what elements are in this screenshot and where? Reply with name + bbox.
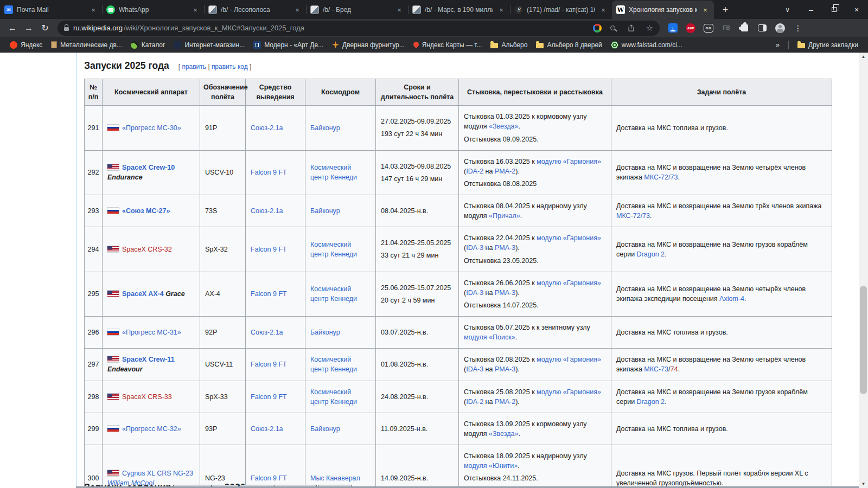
wiki-link[interactable]: IDA-3 (466, 289, 483, 297)
wiki-link[interactable]: Endurance (107, 174, 143, 181)
wiki-link[interactable]: модулю «Гармония» (537, 388, 601, 396)
wiki-link[interactable]: Союз-2.1а (251, 425, 283, 433)
wiki-link[interactable]: «Прогресс МС-32» (122, 425, 181, 433)
wiki-link[interactable]: Dragon 2 (637, 398, 665, 406)
scrollbar-thumb[interactable] (860, 286, 867, 394)
wiki-link[interactable]: IDA-2 (466, 398, 483, 406)
menu-dots-icon[interactable]: ⋮ (794, 24, 802, 33)
wiki-link[interactable]: Космический центр Кеннеди (310, 164, 357, 181)
wiki-link[interactable]: Союз-2.1а (251, 207, 283, 215)
wiki-link[interactable]: IDA-2 (466, 168, 483, 175)
bookmark-item[interactable]: Альберо 8 дверей (532, 40, 606, 50)
wiki-link[interactable]: SpaceX Crew-11 (122, 356, 175, 363)
wiki-link[interactable]: Falcon 9 FT (251, 290, 287, 298)
tab-close-icon[interactable]: × (599, 5, 608, 14)
wiki-link[interactable]: модулю «Гармония» (537, 158, 601, 165)
side-panel-icon[interactable] (758, 24, 767, 31)
wiki-link[interactable]: Космический центр Кеннеди (310, 285, 357, 303)
wiki-link[interactable]: IDA-3 (466, 365, 483, 373)
browser-tab[interactable]: /b/ - Марс, в 190 милли× (408, 1, 510, 19)
forward-button[interactable]: → (21, 21, 37, 36)
wiki-link[interactable]: Grace (165, 290, 184, 298)
bookmark-item[interactable]: Дверная фурнитур... (328, 40, 409, 50)
bookmark-item[interactable]: Модерн - «Арт Де... (249, 40, 328, 50)
bookmark-item[interactable]: Альберо (486, 40, 532, 50)
wiki-link[interactable]: SpaceX CRS-33 (122, 393, 172, 401)
scrollbar[interactable]: ▲ ▼ (859, 53, 868, 488)
wiki-link[interactable]: SpaceX CRS-32 (122, 246, 172, 253)
wiki-link[interactable]: IDA-3 (466, 244, 483, 252)
restore-button[interactable] (822, 2, 845, 18)
browser-tab[interactable]: WХронология запусков к× (612, 1, 714, 19)
wiki-link[interactable]: Falcon 9 FT (251, 169, 287, 176)
wiki-link[interactable]: PMA-3 (495, 289, 515, 297)
address-bar[interactable]: ru.wikipedia.org/wiki/Хронология_запуско… (58, 21, 660, 36)
other-bookmarks-button[interactable]: Другие закладки (793, 40, 863, 50)
bookmark-item[interactable]: Яндекс (5, 40, 47, 50)
bookmark-item[interactable]: Каталог (126, 40, 170, 50)
bookmarks-overflow-chevron[interactable]: » (771, 41, 784, 49)
wiki-link[interactable]: Мыс Канаверал (310, 474, 360, 482)
wiki-link[interactable]: PMA-2 (495, 168, 515, 175)
wiki-link[interactable]: SpaceX AX-4 (122, 290, 164, 298)
wiki-link[interactable]: МКС-73 (644, 365, 668, 373)
wiki-link[interactable]: модуля «Поиск» (464, 333, 515, 341)
wiki-link[interactable]: Endeavour (107, 365, 143, 373)
wiki-link[interactable]: модулю «Гармония» (537, 356, 601, 363)
wiki-link[interactable]: Байконур (310, 124, 340, 132)
wiki-link[interactable]: SpaceX Crew-10 (122, 164, 175, 171)
zoom-icon[interactable] (610, 25, 615, 30)
wiki-link[interactable]: Байконур (310, 425, 340, 433)
tab-search-chevron-icon[interactable]: ∨ (785, 6, 790, 14)
wiki-link[interactable]: «Прогресс МС-30» (122, 124, 181, 132)
bookmark-item[interactable]: www.falstad.com/ci... (607, 40, 687, 50)
minimize-button[interactable]: – (800, 2, 822, 18)
download-extension-icon[interactable]: ↓ (668, 23, 678, 33)
wiki-link[interactable]: Falcon 9 FT (251, 474, 287, 482)
wiki-link[interactable]: Байконур (310, 207, 340, 215)
edit-source-link[interactable]: править код (212, 63, 248, 70)
oo-extension-icon[interactable]: oo (704, 24, 713, 33)
profile-avatar[interactable] (775, 23, 785, 33)
wiki-link[interactable]: PMA-2 (495, 398, 515, 406)
wiki-link[interactable]: «Союз МС-27» (122, 207, 170, 215)
adblock-icon[interactable]: ABP (686, 23, 695, 33)
wiki-link[interactable]: «Звезда» (489, 123, 518, 130)
wiki-link[interactable]: PMA-3 (495, 365, 515, 373)
tab-close-icon[interactable]: × (395, 5, 404, 14)
bookmark-item[interactable]: Металлические дв... (47, 40, 126, 50)
wiki-link[interactable]: Космический центр Кеннеди (310, 356, 357, 373)
wiki-link[interactable]: модуля «Юнити» (464, 462, 518, 470)
reload-button[interactable]: ↻ (37, 21, 53, 36)
wiki-link[interactable]: Axiom-4 (719, 295, 744, 303)
back-button[interactable]: ← (4, 21, 21, 36)
wiki-link[interactable]: «Звезда» (489, 430, 518, 438)
wiki-link[interactable]: Байконур (310, 329, 340, 336)
browser-tab[interactable]: S(171) /mad/ - кат(cat) 16× (510, 1, 612, 19)
wiki-link[interactable]: «Прогресс МС-31» (122, 329, 181, 336)
scroll-up-icon[interactable]: ▲ (859, 53, 868, 61)
wiki-link[interactable]: Союз-2.1а (251, 329, 283, 336)
wiki-link[interactable]: Falcon 9 FT (251, 361, 287, 368)
wiki-link[interactable]: Falcon 9 FT (251, 393, 287, 401)
tab-close-icon[interactable]: × (701, 5, 710, 14)
wiki-link[interactable]: Космический центр Кеннеди (310, 388, 357, 406)
tab-close-icon[interactable]: × (497, 5, 506, 14)
wiki-link[interactable]: Космический центр Кеннеди (310, 241, 357, 258)
wiki-link[interactable]: Dragon 2 (637, 251, 665, 258)
wiki-link[interactable]: «Причал» (489, 212, 520, 220)
wiki-link[interactable]: Союз-2.1а (251, 124, 283, 132)
tab-close-icon[interactable]: × (191, 5, 200, 14)
wiki-link[interactable]: 74 (670, 365, 678, 373)
google-icon[interactable] (593, 24, 602, 33)
wiki-link[interactable]: модулю «Гармония» (537, 279, 601, 287)
browser-tab[interactable]: ✉Почта Mail× (0, 1, 102, 19)
wiki-link[interactable]: модулю «Гармония» (537, 234, 601, 242)
bookmark-item[interactable]: Интернет-магазин... (169, 40, 249, 50)
tab-close-icon[interactable]: × (293, 5, 302, 14)
share-icon[interactable] (627, 24, 635, 32)
wiki-link[interactable]: Cygnus XL CRS NG-23 (122, 470, 193, 477)
edit-link[interactable]: править (182, 63, 206, 70)
browser-tab[interactable]: /b/ - Бред× (306, 1, 408, 19)
browser-tab[interactable]: ☎WhatsApp× (102, 1, 204, 19)
